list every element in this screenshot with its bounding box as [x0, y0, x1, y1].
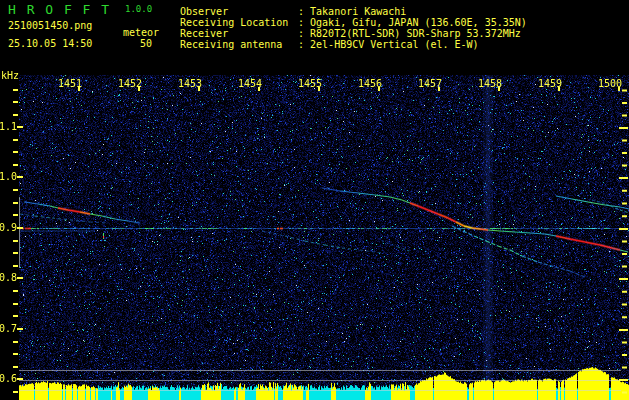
station-info-row-0: Observer: Takanori Kawachi: [180, 6, 620, 17]
freq-minor-tick: [13, 252, 18, 254]
freq-minor-tick: [13, 189, 18, 191]
info-value: R820T2(RTL-SDR) SDR-Sharp 53.372MHz: [310, 28, 521, 39]
freq-minor-tick: [13, 89, 18, 91]
station-info-row-1: Receiving Location: Ogaki, Gifu, JAPAN (…: [180, 17, 620, 28]
time-tick: [138, 87, 140, 91]
datetime-label: 25.10.05 14:50: [8, 38, 92, 49]
time-tick: [558, 87, 560, 91]
station-info-row-3: Receiving antenna: 2el-HB9CV Vertical (e…: [180, 39, 620, 50]
freq-major-tick: [17, 378, 23, 380]
freq-minor-tick: [13, 391, 18, 393]
output-filename: 2510051450.png: [8, 20, 92, 31]
freq-minor-tick: [13, 101, 18, 103]
freq-minor-tick: [13, 114, 18, 116]
info-label: Observer: [180, 6, 298, 17]
mode-label: meteor: [123, 27, 159, 38]
freq-label-0.9: 0.9: [0, 223, 17, 233]
freq-minor-tick: [13, 202, 18, 204]
time-tick: [198, 87, 200, 91]
freq-minor-tick: [13, 290, 18, 292]
time-tick: [438, 87, 440, 91]
info-colon: :: [298, 39, 310, 50]
app-version: 1.0.0: [125, 4, 152, 14]
freq-minor-tick: [13, 240, 18, 242]
station-info-row-2: Receiver: R820T2(RTL-SDR) SDR-Sharp 53.3…: [180, 28, 620, 39]
freq-label-0.7: 0.7: [0, 324, 17, 334]
info-value: 2el-HB9CV Vertical (el. E-W): [310, 39, 479, 50]
freq-minor-tick: [13, 315, 18, 317]
echo-count: 50: [134, 38, 152, 49]
freq-minor-tick: [13, 265, 18, 267]
time-tick: [378, 87, 380, 91]
time-tick: [498, 87, 500, 91]
freq-major-tick: [17, 126, 23, 128]
info-colon: :: [298, 6, 310, 17]
info-value: Takanori Kawachi: [310, 6, 406, 17]
info-label: Receiving antenna: [180, 39, 298, 50]
freq-minor-tick: [13, 341, 18, 343]
info-colon: :: [298, 17, 310, 28]
freq-minor-tick: [13, 214, 18, 216]
hrofft-screen: H R O F F T 1.0.0 2510051450.png meteor …: [0, 0, 629, 400]
freq-label-1.0: 1.0: [0, 172, 17, 182]
freq-unit-label: kHz: [1, 70, 19, 81]
time-tick: [258, 87, 260, 91]
freq-minor-tick: [13, 151, 18, 153]
freq-major-tick: [17, 328, 23, 330]
freq-major-tick: [17, 176, 23, 178]
info-label: Receiving Location: [180, 17, 298, 28]
freq-minor-tick: [13, 303, 18, 305]
freq-label-1.1: 1.1: [0, 122, 17, 132]
freq-minor-tick: [13, 366, 18, 368]
app-title: H R O F F T: [8, 2, 111, 17]
spectrogram-canvas: [19, 75, 629, 400]
info-colon: :: [298, 28, 310, 39]
freq-major-tick: [17, 277, 23, 279]
info-value: Ogaki, Gifu, JAPAN (136.60E, 35.35N): [310, 17, 527, 28]
time-tick: [618, 87, 620, 91]
freq-minor-tick: [13, 139, 18, 141]
time-tick: [78, 87, 80, 91]
info-label: Receiver: [180, 28, 298, 39]
time-tick: [318, 87, 320, 91]
freq-major-tick: [17, 227, 23, 229]
freq-minor-tick: [13, 353, 18, 355]
station-info: Observer: Takanori KawachiReceiving Loca…: [180, 6, 620, 50]
freq-label-0.8: 0.8: [0, 273, 17, 283]
freq-label-0.6: 0.6: [0, 374, 17, 384]
freq-minor-tick: [13, 164, 18, 166]
